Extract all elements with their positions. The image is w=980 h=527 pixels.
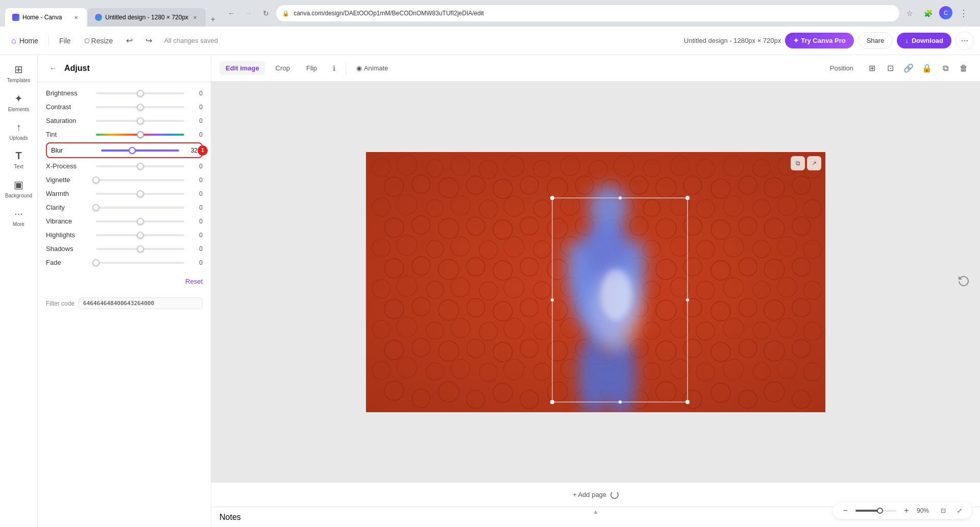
highlights-thumb[interactable]	[137, 232, 144, 239]
flip-button[interactable]: Flip	[300, 61, 323, 75]
animate-label: Animate	[364, 64, 388, 72]
copy-canvas-button[interactable]: ⧉	[791, 156, 805, 170]
zoom-controls: − + 90% ⊡ ⤢	[833, 503, 972, 519]
topbar-divider	[48, 35, 49, 47]
canvas-refresh-button[interactable]	[958, 275, 970, 289]
pro-icon: ✦	[793, 37, 799, 44]
edit-image-button[interactable]: Edit image	[219, 61, 265, 75]
resize-icon: ⬡	[84, 37, 89, 44]
fade-thumb[interactable]	[92, 259, 100, 266]
fullscreen-icon[interactable]: ⤢	[953, 505, 966, 517]
adjust-back-button[interactable]: ←	[46, 61, 60, 76]
lock-icon-toolbar[interactable]: 🔒	[919, 60, 935, 77]
zoom-in-button[interactable]: +	[900, 505, 913, 517]
align-icon[interactable]: ⊡	[882, 60, 898, 77]
sidebar-item-background[interactable]: ▣ Background	[3, 174, 35, 203]
tab-design-close[interactable]: ✕	[191, 14, 199, 21]
saturation-thumb[interactable]	[137, 117, 144, 124]
reset-label: Reset	[185, 278, 203, 285]
svg-point-206	[601, 269, 631, 320]
brightness-value: 0	[188, 90, 203, 97]
shadows-thumb[interactable]	[137, 245, 144, 253]
position-button[interactable]: Position	[824, 61, 860, 75]
tint-thumb[interactable]	[137, 131, 144, 138]
fit-screen-icon[interactable]: ⊡	[937, 505, 949, 517]
zoom-slider[interactable]	[855, 510, 896, 512]
grid-icon[interactable]: ⊞	[864, 60, 880, 77]
add-page-button[interactable]: + Add page	[573, 491, 606, 498]
tab-design-label: Untitled design - 1280 × 720px	[105, 14, 188, 21]
contrast-slider[interactable]	[96, 106, 184, 108]
contrast-thumb[interactable]	[137, 104, 144, 111]
saturation-slider[interactable]	[96, 120, 184, 122]
sidebar-item-elements[interactable]: ✦ Elements	[3, 88, 35, 116]
svg-point-215	[686, 298, 689, 302]
blur-thumb[interactable]	[129, 147, 136, 154]
zoom-out-button[interactable]: −	[839, 505, 851, 517]
crop-button[interactable]: Crop	[270, 61, 296, 75]
clarity-thumb[interactable]	[92, 204, 100, 211]
highlights-slider[interactable]	[96, 234, 184, 236]
vibrance-thumb[interactable]	[137, 218, 144, 225]
undo-button[interactable]: ↩	[121, 33, 137, 49]
zoom-slider-thumb[interactable]	[877, 508, 883, 514]
vibrance-slider[interactable]	[96, 220, 184, 222]
vignette-slider[interactable]	[96, 179, 184, 181]
forward-button[interactable]: →	[241, 6, 256, 20]
warmth-value: 0	[188, 190, 203, 197]
settings-button[interactable]: ⋮	[957, 6, 971, 20]
info-button[interactable]: ℹ	[327, 61, 341, 76]
copy-icon[interactable]: ⧉	[937, 60, 953, 77]
reset-button[interactable]: Reset	[185, 278, 203, 285]
editor-area: Edit image Crop Flip ℹ ◉ Animate Positio…	[211, 55, 980, 527]
profile-button[interactable]: C	[939, 6, 952, 19]
vignette-row: Vignette 0	[46, 173, 203, 187]
clarity-slider[interactable]	[96, 207, 184, 209]
vignette-thumb[interactable]	[92, 177, 100, 184]
tab-design[interactable]: Untitled design - 1280 × 720px ✕	[88, 8, 206, 27]
download-button[interactable]: ↓ Download	[897, 33, 951, 48]
trash-icon[interactable]: 🗑	[955, 60, 972, 77]
tab-home-close[interactable]: ✕	[72, 14, 80, 21]
tab-home[interactable]: Home - Canva ✕	[5, 8, 87, 27]
page-refresh-button[interactable]	[610, 491, 619, 499]
new-tab-button[interactable]: +	[206, 12, 220, 27]
main-content: ⊞ Templates ✦ Elements ↑ Uploads T Text …	[0, 55, 980, 527]
sidebar-item-templates[interactable]: ⊞ Templates	[3, 59, 35, 87]
star-button[interactable]: ☆	[902, 6, 917, 20]
warmth-slider[interactable]	[96, 193, 184, 195]
fade-slider[interactable]	[96, 262, 184, 264]
sidebar-item-text[interactable]: T Text	[3, 146, 35, 173]
filter-code-input[interactable]	[79, 297, 203, 309]
xprocess-thumb[interactable]	[137, 163, 144, 170]
canvas-area[interactable]: ⧉ ↗	[211, 82, 980, 482]
resize-button[interactable]: ⬡ Resize	[79, 34, 118, 48]
redo-button[interactable]: ↪	[140, 33, 157, 49]
share-button[interactable]: Share	[858, 32, 893, 49]
export-canvas-button[interactable]: ↗	[807, 156, 821, 170]
brightness-thumb[interactable]	[137, 90, 144, 97]
saved-status: All changes saved	[164, 37, 218, 44]
file-button[interactable]: File	[54, 34, 76, 48]
animate-button[interactable]: ◉ Animate	[350, 61, 395, 75]
sidebar-item-uploads[interactable]: ↑ Uploads	[3, 117, 35, 145]
back-button[interactable]: ←	[224, 6, 238, 20]
brightness-slider[interactable]	[96, 92, 184, 94]
tint-slider[interactable]	[96, 134, 184, 136]
share-label: Share	[867, 37, 885, 44]
more-options-button[interactable]: ···	[955, 32, 974, 50]
warmth-thumb[interactable]	[137, 190, 144, 197]
try-pro-button[interactable]: ✦ Try Canva Pro	[785, 33, 853, 48]
xprocess-slider[interactable]	[96, 165, 184, 167]
canvas-page[interactable]: ⧉ ↗	[366, 152, 825, 412]
extensions-button[interactable]: 🧩	[921, 6, 935, 20]
blur-slider[interactable]	[101, 149, 179, 152]
shadows-slider[interactable]	[96, 248, 184, 250]
sidebar-item-more[interactable]: ··· More	[3, 204, 35, 231]
refresh-button[interactable]: ↻	[259, 6, 273, 20]
home-button[interactable]: ⌂ Home	[6, 33, 43, 48]
position-label: Position	[830, 64, 853, 72]
url-bar[interactable]: 🔒 canva.com/design/DAEtOOOp1mM/BeCODnOMW…	[276, 5, 899, 21]
link-icon[interactable]: 🔗	[900, 60, 917, 77]
brightness-row: Brightness 0	[46, 86, 203, 100]
